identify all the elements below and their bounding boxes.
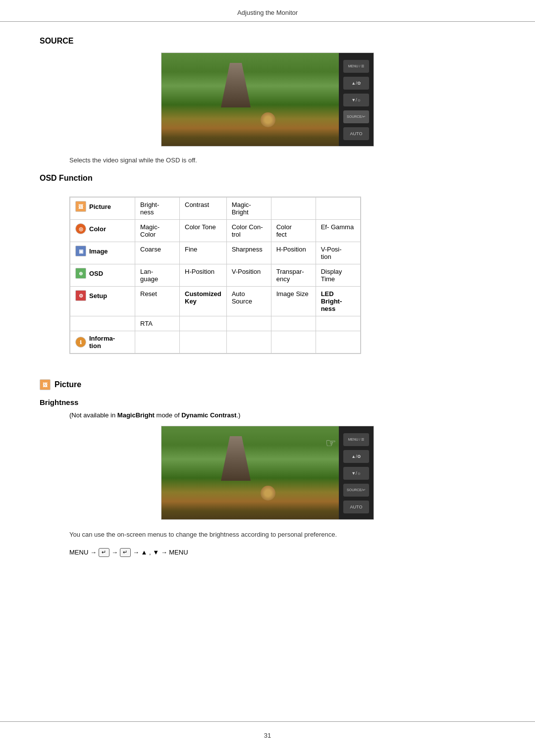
osd-col-empty7: [135, 331, 180, 353]
image-label: Image: [89, 248, 108, 255]
osd-col-color-fect: Colorfect: [271, 220, 316, 242]
picture-section-icon: 🖼: [40, 379, 51, 390]
osd-col-auto-source: AutoSource: [226, 287, 271, 316]
osd-col-empty9: [226, 331, 271, 353]
osd-col-empty6: [316, 316, 360, 331]
color-label: Color: [89, 225, 106, 233]
osd-col-rta: RTA: [135, 316, 180, 331]
osd-col-empty2: [316, 198, 360, 220]
brightness-up-button[interactable]: ▲/✿: [343, 450, 369, 463]
osd-icon: ⊕: [75, 268, 86, 279]
osd-col-display-time: DisplayTime: [316, 264, 360, 287]
picture-section: 🖼 Picture Brightness (Not available in M…: [40, 379, 495, 557]
table-row: ⊕ OSD Lan-guage H-Position V-Position Tr…: [70, 264, 361, 287]
brightness-note: (Not available in MagicBright mode of Dy…: [69, 411, 495, 419]
osd-col-brightness: Bright-ness: [135, 198, 180, 220]
brightness-auto-button[interactable]: AUTO: [343, 501, 369, 513]
osd-col-language: Lan-guage: [135, 264, 180, 287]
arrow-sep1: →: [111, 549, 118, 556]
setup-icon: ⚙: [75, 290, 86, 301]
osd-col-v-position-img: V-Posi-tion: [316, 242, 360, 264]
monitor-buttons-panel: MENU / ☰ ▲/✿ ▼/☼ SOURCE/↵ AUTO: [339, 53, 374, 147]
up-button-label: ▲/✿: [351, 81, 361, 86]
osd-col-empty11: [316, 331, 360, 353]
table-row: ℹ Informa-tion: [70, 331, 361, 353]
table-row: ▣ Image Coarse Fine Sharpness H-Position…: [70, 242, 361, 264]
osd-section-title: OSD Function: [40, 174, 495, 183]
osd-col-gamma: Ef- Gamma: [316, 220, 360, 242]
osd-menu-information: ℹ Informa-tion: [70, 331, 135, 353]
osd-menu-osd: ⊕ OSD: [70, 264, 135, 287]
info-label: Informa-tion: [89, 335, 115, 350]
brightness-auto-btn-label: AUTO: [350, 504, 363, 509]
source-button-label: SOURCE/↵: [347, 115, 366, 119]
brightness-source-btn-label: SOURCE/↵: [347, 488, 366, 492]
up-button[interactable]: ▲/✿: [343, 77, 369, 90]
monitor-display: MENU / ☰ ▲/✿ ▼/☼ SOURCE/↵ AUTO: [161, 52, 374, 147]
cursor-hand: ☞: [325, 436, 336, 450]
brightness-garden-scene: [161, 426, 340, 520]
osd-col-empty4: [226, 316, 271, 331]
table-row: RTA: [70, 316, 361, 331]
osd-col-magic-bright: Magic-Bright: [226, 198, 271, 220]
osd-col-empty5: [271, 316, 316, 331]
menu-button[interactable]: MENU / ☰: [343, 60, 369, 73]
menu-text: MENU →: [69, 549, 97, 556]
source-monitor-image: MENU / ☰ ▲/✿ ▼/☼ SOURCE/↵ AUTO: [40, 52, 495, 147]
picture-section-title: 🖼 Picture: [40, 379, 495, 390]
image-icon: ▣: [75, 246, 86, 256]
page-header: Adjusting the Monitor: [0, 0, 535, 22]
enter-key-2: ↵: [120, 548, 131, 557]
note-magic-bright: MagicBright: [117, 411, 155, 419]
osd-col-coarse: Coarse: [135, 242, 180, 264]
brightness-down-button[interactable]: ▼/☼: [343, 467, 369, 480]
setup-label: Setup: [89, 292, 107, 300]
brightness-up-btn-label: ▲/✿: [351, 454, 361, 459]
osd-col-contrast: Contrast: [180, 198, 227, 220]
osd-function-table-wrapper: 🖼 Picture Bright-ness Contrast Magic-Bri…: [69, 197, 361, 354]
osd-col-h-position-osd: H-Position: [180, 264, 227, 287]
source-section-title: SOURCE: [40, 37, 495, 46]
osd-col-color-control: Color Con-trol: [226, 220, 271, 242]
brightness-menu-btn-label: MENU / ☰: [348, 438, 364, 442]
osd-col-led-brightness: LEDBright-ness: [316, 287, 360, 316]
brightness-title: Brightness: [40, 398, 495, 406]
osd-menu-color: ◎ Color: [70, 220, 135, 242]
brightness-description: You can use the on-screen menus to chang…: [69, 530, 495, 540]
osd-col-empty10: [271, 331, 316, 353]
note-prefix: (Not available in: [69, 411, 117, 419]
enter-key-1: ↵: [99, 548, 109, 557]
brightness-monitor-image: MENU / ☰ ▲/✿ ▼/☼ SOURCE/↵ AUTO: [40, 426, 495, 520]
info-icon: ℹ: [75, 337, 86, 348]
brightness-monitor-buttons-panel: MENU / ☰ ▲/✿ ▼/☼ SOURCE/↵ AUTO: [339, 426, 374, 520]
auto-button-label: AUTO: [350, 131, 363, 136]
osd-col-color-tone: Color Tone: [180, 220, 227, 242]
osd-col-fine: Fine: [180, 242, 227, 264]
note-dynamic-contrast: Dynamic Contrast: [181, 411, 236, 419]
brightness-source-button[interactable]: SOURCE/↵: [343, 484, 369, 497]
table-row: ⚙ Setup Reset CustomizedKey AutoSource I…: [70, 287, 361, 316]
osd-col-customized-key: CustomizedKey: [180, 287, 227, 316]
menu-path: MENU → ↵ → ↵ → ▲ , ▼ → MENU: [69, 548, 495, 557]
osd-col-magic-color: Magic-Color: [135, 220, 180, 242]
menu-button-label: MENU / ☰: [348, 64, 364, 68]
down-button[interactable]: ▼/☼: [343, 94, 369, 106]
brightness-menu-button[interactable]: MENU / ☰: [343, 433, 369, 446]
osd-function-table: 🖼 Picture Bright-ness Contrast Magic-Bri…: [70, 197, 361, 353]
osd-col-reset: Reset: [135, 287, 180, 316]
source-button[interactable]: SOURCE/↵: [343, 110, 369, 123]
arrow-sep2: → ▲ , ▼ → MENU: [133, 549, 188, 556]
osd-label: OSD: [89, 270, 103, 277]
osd-col-empty1: [271, 198, 316, 220]
page-number: 31: [264, 732, 271, 739]
osd-menu-image: ▣ Image: [70, 242, 135, 264]
brightness-monitor-display: MENU / ☰ ▲/✿ ▼/☼ SOURCE/↵ AUTO: [161, 426, 374, 520]
auto-button[interactable]: AUTO: [343, 127, 369, 140]
picture-title-label: Picture: [54, 380, 81, 389]
source-description: Selects the video signal while the OSD i…: [69, 156, 495, 164]
osd-col-transparency: Transpar-ency: [271, 264, 316, 287]
osd-menu-setup: ⚙ Setup: [70, 287, 135, 316]
picture-label: Picture: [89, 203, 111, 210]
brightness-down-btn-label: ▼/☼: [351, 471, 361, 476]
header-title: Adjusting the Monitor: [237, 9, 298, 16]
